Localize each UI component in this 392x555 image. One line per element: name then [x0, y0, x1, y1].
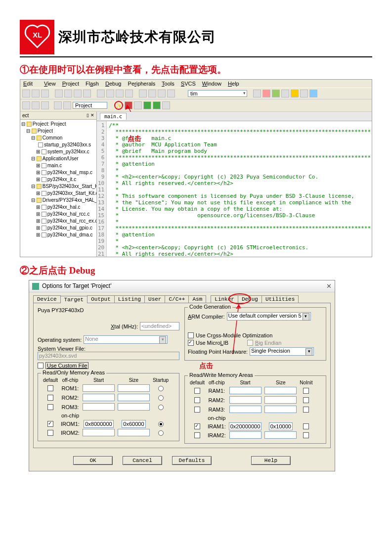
menu-flash[interactable]: Flash [86, 81, 99, 87]
radio[interactable] [158, 430, 164, 436]
toolbar-button[interactable] [148, 90, 156, 97]
toolbar-button[interactable] [153, 101, 161, 109]
toolbar-button[interactable] [253, 90, 261, 97]
toolbar-button[interactable] [272, 90, 280, 97]
radio[interactable] [158, 405, 164, 410]
toolbar-button[interactable] [32, 90, 40, 97]
toolbar-button[interactable] [291, 90, 299, 97]
iram2-start[interactable] [229, 431, 261, 439]
iram1-start[interactable]: 0x20000000 [229, 422, 262, 430]
toolbar-button[interactable] [281, 90, 289, 97]
toolbar-button[interactable] [167, 90, 175, 97]
checkbox[interactable] [194, 423, 200, 429]
menu-debug[interactable]: Debug [105, 81, 121, 87]
radio[interactable] [158, 386, 164, 391]
menu-edit[interactable]: Edit [23, 81, 38, 87]
checkbox[interactable] [194, 407, 200, 413]
irom1-size[interactable]: 0x60000 [122, 420, 145, 428]
find-combo[interactable]: tim [188, 90, 247, 97]
armcomp-select[interactable]: Use default compiler version 5 [227, 312, 311, 321]
toolbar-button[interactable] [125, 90, 133, 97]
svf-input[interactable]: py32f403xx.svd [38, 352, 179, 360]
menu-peripherals[interactable]: Peripherals [128, 81, 156, 87]
tab-cpp[interactable]: C/C++ [165, 295, 189, 303]
toolbar-button[interactable] [22, 101, 30, 109]
toolbar-button[interactable] [309, 90, 317, 97]
tab-asm[interactable]: Asm [188, 295, 206, 303]
menu-project[interactable]: Project [62, 81, 79, 87]
custom-file-checkbox[interactable] [38, 363, 44, 369]
iram1-size[interactable]: 0x10000 [269, 422, 293, 430]
target-combo[interactable]: Project [73, 102, 107, 109]
toolbar-button[interactable] [262, 90, 270, 97]
toolbar-button[interactable] [134, 101, 142, 109]
toolbar-button[interactable] [55, 90, 63, 97]
menu-tools[interactable]: Tools [162, 81, 174, 87]
rom3-start[interactable] [83, 403, 115, 411]
tab-debug[interactable]: Debug [238, 295, 262, 303]
iram2-size[interactable] [264, 431, 297, 439]
toolbar-button[interactable] [97, 90, 105, 97]
code-editor[interactable]: main.c 123456789101112131415161718192021… [97, 112, 372, 257]
tab-utilities[interactable]: Utilities [261, 295, 299, 303]
checkbox[interactable] [47, 395, 53, 401]
checkbox[interactable] [303, 407, 309, 413]
toolbar-button[interactable] [64, 90, 72, 97]
ram3-start[interactable] [229, 406, 261, 413]
menu-svcs[interactable]: SVCS [181, 81, 196, 87]
checkbox[interactable] [47, 385, 53, 391]
help-button[interactable]: Help [251, 456, 291, 465]
os-select[interactable]: None [84, 335, 168, 344]
editor-tab[interactable]: main.c [100, 113, 127, 120]
ram1-size[interactable] [264, 387, 297, 394]
close-icon[interactable]: ✕ [326, 282, 332, 290]
tab-linker[interactable]: Linker [211, 295, 238, 303]
toolbar-button[interactable] [125, 101, 132, 109]
toolbar-button[interactable] [143, 101, 151, 109]
toolbar-button[interactable] [54, 101, 62, 109]
irom2-start[interactable] [83, 429, 115, 436]
radio[interactable] [158, 421, 164, 427]
toolbar-button[interactable] [83, 90, 91, 97]
crossmod-checkbox[interactable] [188, 332, 194, 338]
checkbox[interactable] [47, 430, 53, 436]
rom1-start[interactable] [83, 384, 115, 392]
checkbox[interactable] [303, 423, 309, 429]
checkbox[interactable] [303, 397, 309, 403]
toolbar-button[interactable] [41, 101, 49, 109]
xtal-input[interactable]: <undefined> [140, 322, 179, 330]
ram2-size[interactable] [264, 396, 297, 404]
toolbar-button[interactable] [139, 90, 147, 97]
rom3-size[interactable] [118, 403, 150, 411]
pane-controls[interactable]: ▯ ✕ [87, 113, 94, 118]
checkbox[interactable] [303, 388, 309, 394]
radio[interactable] [158, 395, 164, 401]
toolbar-button[interactable] [106, 90, 114, 97]
rom2-start[interactable] [83, 394, 115, 401]
irom2-size[interactable] [118, 429, 150, 436]
tab-listing[interactable]: Listing [114, 295, 145, 303]
checkbox[interactable] [303, 432, 309, 438]
toolbar-button[interactable] [74, 90, 82, 97]
ram2-start[interactable] [229, 396, 261, 404]
menu-help[interactable]: Help [228, 81, 239, 87]
checkbox[interactable] [194, 388, 200, 394]
toolbar-button[interactable] [22, 90, 30, 97]
menu-window[interactable]: Window [202, 81, 221, 87]
toolbar-button[interactable] [300, 90, 308, 97]
toolbar-button[interactable] [162, 101, 170, 109]
rom2-size[interactable] [118, 394, 150, 401]
project-tree[interactable]: ⊟ Project: Project ⊟ Project ⊟ Common st… [20, 120, 96, 239]
microlib-checkbox[interactable] [188, 340, 194, 346]
fph-select[interactable]: Single Precision [250, 347, 314, 356]
ram3-size[interactable] [264, 406, 297, 413]
checkbox[interactable] [194, 432, 200, 438]
menu-view[interactable]: View [44, 81, 56, 87]
options-target-icon[interactable]: ✨ [114, 101, 123, 110]
irom1-start[interactable]: 0x8000000 [84, 420, 113, 428]
rom1-size[interactable] [118, 384, 150, 392]
tab-target[interactable]: Target [60, 296, 88, 303]
toolbar-button[interactable] [63, 101, 71, 109]
tab-output[interactable]: Output [87, 295, 115, 303]
toolbar-button[interactable] [116, 90, 124, 97]
